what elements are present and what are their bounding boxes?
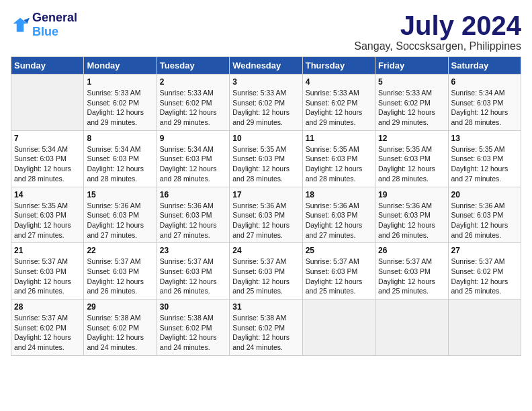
week-row-1: 1Sunrise: 5:33 AM Sunset: 6:02 PM Daylig… <box>11 75 521 131</box>
day-number: 10 <box>232 134 299 143</box>
week-row-5: 28Sunrise: 5:37 AM Sunset: 6:02 PM Dayli… <box>11 300 521 356</box>
day-info: Sunrise: 5:37 AM Sunset: 6:03 PM Dayligh… <box>378 257 445 296</box>
calendar-cell: 3Sunrise: 5:33 AM Sunset: 6:02 PM Daylig… <box>230 75 302 131</box>
day-info: Sunrise: 5:33 AM Sunset: 6:02 PM Dayligh… <box>232 88 299 128</box>
calendar-cell: 22Sunrise: 5:37 AM Sunset: 6:03 PM Dayli… <box>84 243 157 300</box>
day-number: 12 <box>378 134 445 143</box>
weekday-header-tuesday: Tuesday <box>157 57 229 75</box>
day-info: Sunrise: 5:36 AM Sunset: 6:03 PM Dayligh… <box>87 201 153 240</box>
day-info: Sunrise: 5:37 AM Sunset: 6:03 PM Dayligh… <box>232 257 299 296</box>
logo-bird-icon <box>11 15 30 34</box>
day-info: Sunrise: 5:38 AM Sunset: 6:02 PM Dayligh… <box>160 313 226 353</box>
day-number: 26 <box>378 246 445 255</box>
day-info: Sunrise: 5:36 AM Sunset: 6:03 PM Dayligh… <box>232 201 299 240</box>
weekday-header-thursday: Thursday <box>302 57 375 75</box>
calendar-cell: 11Sunrise: 5:35 AM Sunset: 6:03 PM Dayli… <box>302 130 375 187</box>
weekday-header-saturday: Saturday <box>448 57 521 75</box>
week-row-3: 14Sunrise: 5:35 AM Sunset: 6:03 PM Dayli… <box>11 187 521 243</box>
calendar-cell: 10Sunrise: 5:35 AM Sunset: 6:03 PM Dayli… <box>230 130 302 187</box>
calendar-title: July 2024 <box>354 11 521 40</box>
calendar-cell: 28Sunrise: 5:37 AM Sunset: 6:02 PM Dayli… <box>11 300 84 356</box>
calendar-cell: 20Sunrise: 5:36 AM Sunset: 6:03 PM Dayli… <box>448 187 521 243</box>
day-info: Sunrise: 5:34 AM Sunset: 6:03 PM Dayligh… <box>87 144 153 184</box>
day-number: 6 <box>451 77 518 87</box>
day-number: 11 <box>306 134 372 143</box>
calendar-cell: 29Sunrise: 5:38 AM Sunset: 6:02 PM Dayli… <box>84 300 157 356</box>
day-number: 28 <box>14 302 81 312</box>
day-number: 25 <box>306 246 372 255</box>
page-header: General Blue July 2024 Sangay, Soccsksar… <box>11 11 521 52</box>
day-info: Sunrise: 5:35 AM Sunset: 6:03 PM Dayligh… <box>306 144 372 184</box>
day-number: 13 <box>451 134 518 143</box>
title-block: July 2024 Sangay, Soccsksargen, Philippi… <box>354 11 521 52</box>
day-number: 18 <box>306 190 372 199</box>
day-info: Sunrise: 5:38 AM Sunset: 6:02 PM Dayligh… <box>87 313 153 353</box>
calendar-cell: 16Sunrise: 5:36 AM Sunset: 6:03 PM Dayli… <box>157 187 229 243</box>
day-info: Sunrise: 5:36 AM Sunset: 6:03 PM Dayligh… <box>160 201 226 240</box>
day-info: Sunrise: 5:34 AM Sunset: 6:03 PM Dayligh… <box>14 144 81 184</box>
weekday-header-sunday: Sunday <box>11 57 84 75</box>
calendar-cell: 1Sunrise: 5:33 AM Sunset: 6:02 PM Daylig… <box>84 75 157 131</box>
day-number: 3 <box>232 77 299 87</box>
calendar-cell: 9Sunrise: 5:34 AM Sunset: 6:03 PM Daylig… <box>157 130 229 187</box>
calendar-cell: 15Sunrise: 5:36 AM Sunset: 6:03 PM Dayli… <box>84 187 157 243</box>
day-info: Sunrise: 5:37 AM Sunset: 6:02 PM Dayligh… <box>451 257 518 296</box>
calendar-subtitle: Sangay, Soccsksargen, Philippines <box>354 40 521 52</box>
day-info: Sunrise: 5:34 AM Sunset: 6:03 PM Dayligh… <box>160 144 226 184</box>
day-number: 21 <box>14 246 81 255</box>
calendar-cell <box>448 300 521 356</box>
calendar-cell: 30Sunrise: 5:38 AM Sunset: 6:02 PM Dayli… <box>157 300 229 356</box>
weekday-header-monday: Monday <box>84 57 157 75</box>
day-number: 14 <box>14 190 81 199</box>
day-number: 2 <box>160 77 226 87</box>
calendar-cell: 14Sunrise: 5:35 AM Sunset: 6:03 PM Dayli… <box>11 187 84 243</box>
week-row-2: 7Sunrise: 5:34 AM Sunset: 6:03 PM Daylig… <box>11 130 521 187</box>
week-row-4: 21Sunrise: 5:37 AM Sunset: 6:03 PM Dayli… <box>11 243 521 300</box>
day-number: 15 <box>87 190 153 199</box>
weekday-header-wednesday: Wednesday <box>230 57 302 75</box>
day-info: Sunrise: 5:36 AM Sunset: 6:03 PM Dayligh… <box>378 201 445 240</box>
day-info: Sunrise: 5:37 AM Sunset: 6:03 PM Dayligh… <box>14 257 81 296</box>
day-number: 5 <box>378 77 445 87</box>
day-info: Sunrise: 5:36 AM Sunset: 6:03 PM Dayligh… <box>306 201 372 240</box>
day-number: 31 <box>232 302 299 312</box>
calendar-cell: 7Sunrise: 5:34 AM Sunset: 6:03 PM Daylig… <box>11 130 84 187</box>
calendar-cell: 12Sunrise: 5:35 AM Sunset: 6:03 PM Dayli… <box>375 130 448 187</box>
day-info: Sunrise: 5:37 AM Sunset: 6:02 PM Dayligh… <box>14 313 81 353</box>
day-info: Sunrise: 5:37 AM Sunset: 6:03 PM Dayligh… <box>87 257 153 296</box>
calendar-cell <box>302 300 375 356</box>
day-info: Sunrise: 5:34 AM Sunset: 6:03 PM Dayligh… <box>451 88 518 128</box>
day-number: 4 <box>306 77 372 87</box>
day-info: Sunrise: 5:37 AM Sunset: 6:03 PM Dayligh… <box>160 257 226 296</box>
day-info: Sunrise: 5:35 AM Sunset: 6:03 PM Dayligh… <box>232 144 299 184</box>
day-number: 16 <box>160 190 226 199</box>
day-info: Sunrise: 5:33 AM Sunset: 6:02 PM Dayligh… <box>160 88 226 128</box>
day-number: 24 <box>232 246 299 255</box>
calendar-cell: 26Sunrise: 5:37 AM Sunset: 6:03 PM Dayli… <box>375 243 448 300</box>
calendar-table: SundayMondayTuesdayWednesdayThursdayFrid… <box>11 56 521 356</box>
day-number: 22 <box>87 246 153 255</box>
calendar-cell: 27Sunrise: 5:37 AM Sunset: 6:02 PM Dayli… <box>448 243 521 300</box>
day-number: 29 <box>87 302 153 312</box>
day-info: Sunrise: 5:36 AM Sunset: 6:03 PM Dayligh… <box>451 201 518 240</box>
calendar-cell: 5Sunrise: 5:33 AM Sunset: 6:02 PM Daylig… <box>375 75 448 131</box>
day-info: Sunrise: 5:37 AM Sunset: 6:03 PM Dayligh… <box>306 257 372 296</box>
logo: General Blue <box>11 11 77 39</box>
day-info: Sunrise: 5:35 AM Sunset: 6:03 PM Dayligh… <box>378 144 445 184</box>
calendar-cell: 31Sunrise: 5:38 AM Sunset: 6:02 PM Dayli… <box>230 300 302 356</box>
calendar-cell: 19Sunrise: 5:36 AM Sunset: 6:03 PM Dayli… <box>375 187 448 243</box>
day-number: 27 <box>451 246 518 255</box>
calendar-cell: 18Sunrise: 5:36 AM Sunset: 6:03 PM Dayli… <box>302 187 375 243</box>
calendar-cell: 6Sunrise: 5:34 AM Sunset: 6:03 PM Daylig… <box>448 75 521 131</box>
weekday-header-row: SundayMondayTuesdayWednesdayThursdayFrid… <box>11 57 521 75</box>
calendar-cell: 23Sunrise: 5:37 AM Sunset: 6:03 PM Dayli… <box>157 243 229 300</box>
day-number: 17 <box>232 190 299 199</box>
day-number: 8 <box>87 134 153 143</box>
calendar-cell: 8Sunrise: 5:34 AM Sunset: 6:03 PM Daylig… <box>84 130 157 187</box>
day-info: Sunrise: 5:33 AM Sunset: 6:02 PM Dayligh… <box>87 88 153 128</box>
calendar-cell: 21Sunrise: 5:37 AM Sunset: 6:03 PM Dayli… <box>11 243 84 300</box>
day-info: Sunrise: 5:35 AM Sunset: 6:03 PM Dayligh… <box>14 201 81 240</box>
logo-text: General Blue <box>32 11 77 39</box>
calendar-cell: 25Sunrise: 5:37 AM Sunset: 6:03 PM Dayli… <box>302 243 375 300</box>
weekday-header-friday: Friday <box>375 57 448 75</box>
